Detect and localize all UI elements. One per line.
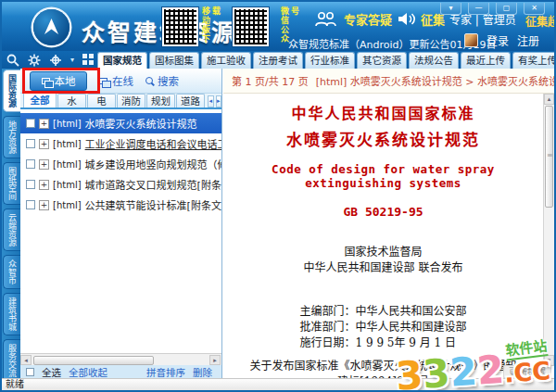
category-tab-water[interactable]: 水 bbox=[57, 94, 86, 107]
snapshot-dropdown-icon[interactable]: ▾ bbox=[70, 56, 74, 64]
scrollbar-thumb[interactable] bbox=[33, 356, 154, 365]
watermark-digit: 2 bbox=[475, 347, 506, 392]
tab-national-codes[interactable]: 国家规范 bbox=[97, 52, 147, 69]
tab-construction-acceptance[interactable]: 施工验收 bbox=[201, 52, 251, 69]
document-content: 中华人民共和国国家标准 水喷雾灭火系统设计规范 Code of design f… bbox=[223, 94, 543, 378]
tab-scroll-left-icon[interactable] bbox=[208, 95, 214, 107]
category-tab-fire[interactable]: 消防 bbox=[117, 94, 145, 107]
checkbox[interactable] bbox=[26, 159, 35, 169]
apps-grid-icon[interactable] bbox=[82, 54, 95, 66]
scroll-left-icon[interactable] bbox=[20, 355, 32, 365]
tab-registration-exam[interactable]: 注册考试 bbox=[253, 52, 303, 69]
checkbox[interactable] bbox=[26, 119, 35, 128]
checkbox[interactable] bbox=[26, 200, 35, 209]
select-all-label[interactable]: 全选 bbox=[42, 365, 61, 379]
vertical-scrollbar[interactable] bbox=[543, 94, 554, 366]
search-icon[interactable] bbox=[6, 54, 19, 67]
main-tab-bar: 国家规范 国标图集 施工验收 注册考试 行业标准 其它资源 法规公告 最近上传 … bbox=[97, 52, 554, 69]
category-tab-bar: 全部 水 电 消防 规划 道路 bbox=[20, 94, 221, 109]
maximize-icon[interactable] bbox=[496, 3, 517, 15]
delete-link[interactable]: 删除 bbox=[193, 365, 212, 379]
list-footer-bar: 全选 全部收起 拼音排序 删除 bbox=[20, 365, 221, 378]
search-button[interactable]: 搜索 bbox=[145, 73, 179, 88]
sidebar-item-drawing-space[interactable]: 图纸空间 bbox=[3, 162, 20, 205]
speaker-icon bbox=[397, 11, 416, 27]
app-logo-icon bbox=[33, 9, 70, 45]
item-title[interactable]: 水喷雾灭火系统设计规范 bbox=[85, 116, 197, 131]
file-list-panel: 本地 在线 搜索 全部 水 电 消防 规划 道路 [ bbox=[20, 69, 222, 378]
list-item[interactable]: [html] 城乡建设用地竖向规划规范（修订征求意见稿 bbox=[20, 154, 221, 174]
sidebar-item-local-resources[interactable]: 地方资源 bbox=[3, 116, 20, 158]
online-button[interactable]: 在线 bbox=[99, 73, 133, 88]
tab-reward-uploads[interactable]: 有奖上传 bbox=[512, 52, 554, 69]
snapshot-icon[interactable] bbox=[49, 54, 62, 67]
collect-super-label[interactable]: 征集超级 bbox=[525, 13, 556, 29]
doc-editor-dept: 主编部门：中华人民共和国公安部 bbox=[299, 304, 466, 320]
item-title[interactable]: 公共建筑节能设计标准[附条文说明] bbox=[85, 197, 221, 212]
register-link[interactable]: 注册 bbox=[517, 32, 539, 48]
sidebar-item-cloud-resources[interactable]: 云端资源 bbox=[3, 209, 20, 251]
scroll-up-icon[interactable] bbox=[544, 94, 554, 105]
checkbox[interactable] bbox=[26, 139, 35, 148]
sidebar-item-international[interactable]: 国际资源 bbox=[3, 70, 20, 112]
sidebar-item-service[interactable]: 服务交流 bbox=[3, 339, 20, 382]
doc-effective-date: 施行日期：1 9 9 5年 9 月 1 日 bbox=[299, 335, 466, 351]
expert-qa-label: 专家答疑 bbox=[344, 10, 392, 28]
tab-regulations[interactable]: 法规公告 bbox=[409, 52, 459, 69]
item-tag: [html] bbox=[53, 159, 82, 170]
watermark-digit: 3 bbox=[422, 350, 452, 392]
qr-mobile-label: 移动版下载 bbox=[200, 6, 221, 51]
document-panel: 第 1 页/共 17 页 [html] 水喷雾灭火系统设计规范 > 水喷雾灭火系… bbox=[223, 69, 554, 378]
sidebar-item-coins[interactable]: 众智币 bbox=[3, 255, 20, 289]
item-title[interactable]: 工业企业调度电话和会议电话工程设计规范[附 bbox=[85, 136, 221, 151]
expand-plus-icon[interactable] bbox=[39, 200, 49, 210]
tab-other-resources[interactable]: 其它资源 bbox=[357, 52, 407, 69]
doc-standard-code: GB 50219-95 bbox=[223, 205, 543, 219]
category-tab-road[interactable]: 道路 bbox=[176, 94, 205, 107]
qr-code-wechat bbox=[232, 6, 270, 47]
item-title[interactable]: 城乡建设用地竖向规划规范（修订征求意见稿 bbox=[85, 157, 221, 171]
menu-dropdown-icon[interactable] bbox=[440, 3, 461, 15]
category-tab-electric[interactable]: 电 bbox=[87, 94, 116, 107]
breadcrumb-path[interactable]: [html] 水喷雾灭火系统设计规范 > 水喷雾灭火系统设计规范 GB 5021… bbox=[316, 73, 554, 88]
tab-scroll-right-icon[interactable] bbox=[216, 95, 222, 107]
tab-recent-uploads[interactable]: 最近上传 bbox=[461, 52, 511, 69]
avatar bbox=[464, 33, 478, 47]
expand-plus-icon[interactable] bbox=[39, 119, 49, 129]
doc-title-en: Code of design for water spray extinguis… bbox=[223, 162, 543, 190]
horizontal-scrollbar[interactable] bbox=[20, 353, 221, 365]
expand-plus-icon[interactable] bbox=[39, 139, 49, 149]
toolbar: ▾ 国家规范 国标图集 施工验收 注册考试 行业标准 其它资源 法规公告 最近上… bbox=[2, 51, 554, 69]
pinyin-sort-link[interactable]: 拼音排序 bbox=[146, 365, 185, 379]
category-tab-planning[interactable]: 规划 bbox=[146, 94, 175, 107]
list-item[interactable]: [html] 城市道路交叉口规划规范[附条文说明] bbox=[20, 174, 221, 195]
site-watermark: 软件站 3322.CC bbox=[395, 348, 551, 392]
breadcrumb: 第 1 页/共 17 页 [html] 水喷雾灭火系统设计规范 > 水喷雾灭火系… bbox=[223, 69, 554, 94]
list-item[interactable]: [html] 工业企业调度电话和会议电话工程设计规范[附 bbox=[20, 133, 221, 154]
select-all-checkbox[interactable] bbox=[26, 368, 34, 376]
online-button-label: 在线 bbox=[112, 73, 133, 88]
minimize-icon[interactable] bbox=[468, 3, 489, 15]
app-window: 众智建筑资源 移动版下载 微信公众号 专家答疑 征集 专家 | 管理员 征集超级 bbox=[0, 0, 556, 392]
watermark-digit: 2 bbox=[449, 348, 479, 392]
category-tab-all[interactable]: 全部 bbox=[23, 92, 57, 107]
tab-industry-standards[interactable]: 行业标准 bbox=[305, 52, 355, 69]
list-item[interactable]: [html] 公共建筑节能设计标准[附条文说明] bbox=[20, 195, 221, 215]
tab-national-atlas[interactable]: 国标图集 bbox=[149, 52, 199, 69]
doc-title-cn2: 水喷雾灭火系统设计规范 bbox=[223, 127, 543, 150]
account-area: 登录 注册 bbox=[464, 32, 539, 48]
item-title[interactable]: 城市道路交叉口规划规范[附条文说明] bbox=[85, 177, 221, 192]
gear-icon[interactable] bbox=[28, 54, 41, 67]
checkbox[interactable] bbox=[26, 180, 35, 189]
scroll-right-icon[interactable] bbox=[209, 355, 221, 365]
login-link[interactable]: 登录 bbox=[486, 32, 509, 48]
list-item[interactable]: [html] 水喷雾灭火系统设计规范 bbox=[20, 113, 221, 133]
expand-plus-icon[interactable] bbox=[39, 159, 49, 170]
scrollbar-thumb[interactable] bbox=[545, 106, 553, 208]
expand-plus-icon[interactable] bbox=[39, 180, 49, 190]
doc-issuer1: 国家技术监督局 bbox=[223, 245, 543, 260]
close-icon[interactable] bbox=[524, 3, 545, 15]
collapse-all-link[interactable]: 全部收起 bbox=[69, 365, 107, 379]
expert-qa-button[interactable]: 专家答疑 bbox=[313, 10, 392, 28]
sidebar-item-bookstore[interactable]: 建筑书城 bbox=[3, 293, 20, 335]
